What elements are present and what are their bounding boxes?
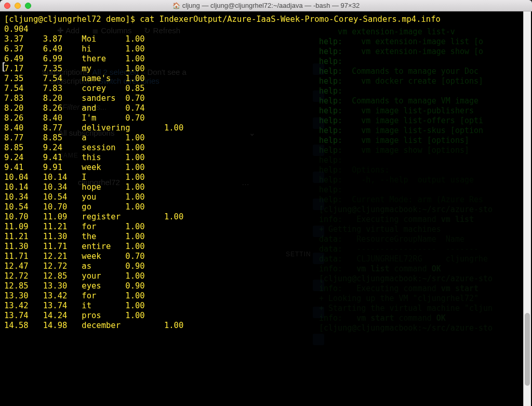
maximize-button[interactable] [25,3,31,9]
terminal-output[interactable]: [cljung@cljungrhel72 demo]$ cat IndexerO… [0,11,532,406]
scroll-thumb[interactable] [525,313,530,386]
scrollbar[interactable] [523,11,531,406]
terminal-area[interactable]: ✚ Add ≣ Columns ↻ Refresh Subscriptions:… [0,11,532,406]
window-title-text: cljung — cljung@cljungrhel72:~/aadjava —… [182,2,360,9]
terminal-window: 🏠 cljung — cljung@cljungrhel72:~/aadjava… [0,0,532,406]
home-icon: 🏠 [172,2,180,9]
close-button[interactable] [4,3,10,9]
window-title: 🏠 cljung — cljung@cljungrhel72:~/aadjava… [0,2,532,9]
titlebar: 🏠 cljung — cljung@cljungrhel72:~/aadjava… [0,0,532,11]
minimize-button[interactable] [15,3,21,9]
traffic-lights [4,3,31,9]
